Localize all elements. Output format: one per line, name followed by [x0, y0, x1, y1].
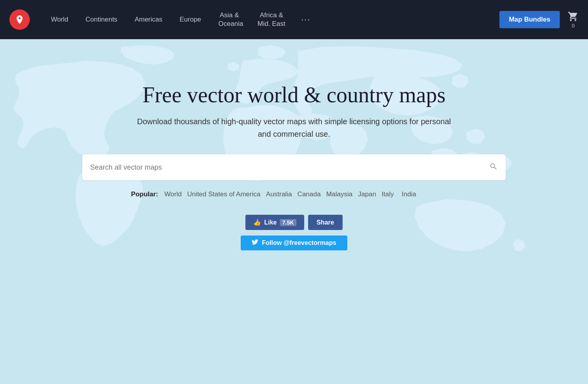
cart-icon	[568, 11, 579, 22]
thumbs-up-icon: 👍	[253, 219, 261, 226]
search-input[interactable]	[90, 163, 489, 172]
nav-americas[interactable]: Americas	[126, 15, 171, 24]
like-label: Like	[264, 219, 277, 226]
popular-label: Popular:	[131, 190, 158, 198]
popular-india[interactable]: India	[400, 190, 418, 199]
popular-italy[interactable]: Italy	[380, 190, 396, 199]
nav-more-dots[interactable]: ···	[294, 14, 318, 25]
social-buttons: 👍 Like 7.5K Share Follow @freevectormaps	[78, 215, 510, 250]
nav-links: World Continents Americas Europe Asia &O…	[42, 11, 499, 28]
popular-usa[interactable]: United States of America	[185, 190, 262, 199]
nav-world[interactable]: World	[42, 15, 77, 24]
facebook-share-button[interactable]: Share	[308, 215, 343, 230]
popular-australia[interactable]: Australia	[264, 190, 293, 199]
facebook-like-button[interactable]: 👍 Like 7.5K	[245, 215, 304, 230]
nav-continents[interactable]: Continents	[77, 15, 126, 24]
nav-africa-mideast[interactable]: Africa &Mid. East	[249, 11, 294, 28]
hero-subtitle: Download thousands of high-quality vecto…	[78, 115, 510, 140]
search-bar	[82, 154, 506, 180]
hero-section: Free vector world & country maps Downloa…	[0, 39, 588, 384]
cart-icon-container[interactable]: 0	[568, 11, 579, 29]
search-icon[interactable]	[489, 162, 498, 172]
hero-title: Free vector world & country maps	[78, 82, 510, 107]
twitter-follow-label: Follow @freevectormaps	[262, 239, 336, 246]
cart-count: 0	[572, 23, 574, 29]
popular-searches: Popular: World United States of America …	[78, 190, 470, 199]
twitter-icon	[252, 239, 259, 246]
popular-world[interactable]: World	[163, 190, 183, 199]
map-bundles-button[interactable]: Map Bundles	[499, 11, 560, 28]
logo[interactable]	[9, 9, 30, 30]
popular-malaysia[interactable]: Malaysia	[325, 190, 354, 199]
main-nav: World Continents Americas Europe Asia &O…	[0, 0, 588, 39]
nav-europe[interactable]: Europe	[171, 15, 210, 24]
facebook-buttons: 👍 Like 7.5K Share	[245, 215, 343, 230]
like-count: 7.5K	[280, 219, 296, 226]
hero-content: Free vector world & country maps Downloa…	[78, 82, 510, 250]
nav-asia-oceania[interactable]: Asia &Oceania	[210, 11, 249, 28]
popular-canada[interactable]: Canada	[296, 190, 323, 199]
map-pin-icon	[15, 14, 25, 25]
popular-japan[interactable]: Japan	[356, 190, 377, 199]
twitter-follow-button[interactable]: Follow @freevectormaps	[241, 235, 347, 250]
